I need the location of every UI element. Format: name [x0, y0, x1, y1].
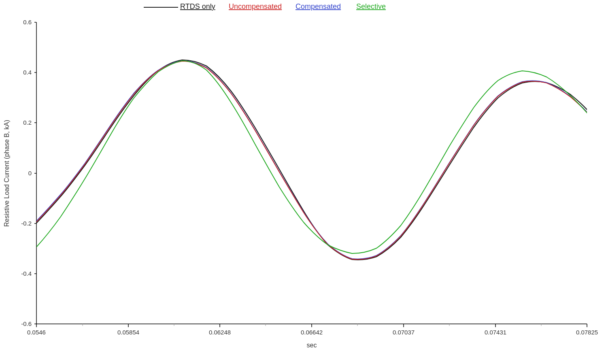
svg-rect-0 [36, 22, 587, 324]
xlabel-4: 0.07037 [393, 329, 415, 336]
ylabel-neg06: -0.6 [21, 320, 32, 327]
curve-rtds [36, 60, 591, 260]
ylabel-0: 0 [28, 170, 32, 177]
legend-uncompensated: Uncompensated [229, 2, 282, 11]
ylabel-neg04: -0.4 [21, 270, 32, 277]
xlabel-1: 0.05854 [117, 329, 139, 336]
legend-compensated: Compensated [296, 2, 341, 11]
xlabel-3: 0.06642 [301, 329, 323, 336]
xlabel-2: 0.06248 [209, 329, 231, 336]
chart-container: RTDS only Uncompensated Compensated Sele… [0, 0, 606, 364]
xlabel-0: 0.0546 [27, 329, 46, 336]
x-axis-label: sec [307, 342, 317, 349]
y-axis-label: Resistive Load Current (phase B, kA) [3, 120, 10, 227]
ylabel-neg02: -0.2 [21, 220, 32, 227]
legend-rtds: RTDS only [180, 2, 215, 11]
xlabel-5: 0.07431 [485, 329, 506, 336]
ylabel-02: 0.2 [23, 119, 32, 126]
ylabel-06: 0.6 [23, 19, 32, 26]
xlabel-6: 0.07825 [576, 329, 598, 336]
legend-selective: Selective [356, 2, 386, 11]
legend: RTDS only Uncompensated Compensated Sele… [144, 2, 386, 11]
ylabel-04: 0.4 [23, 69, 32, 76]
